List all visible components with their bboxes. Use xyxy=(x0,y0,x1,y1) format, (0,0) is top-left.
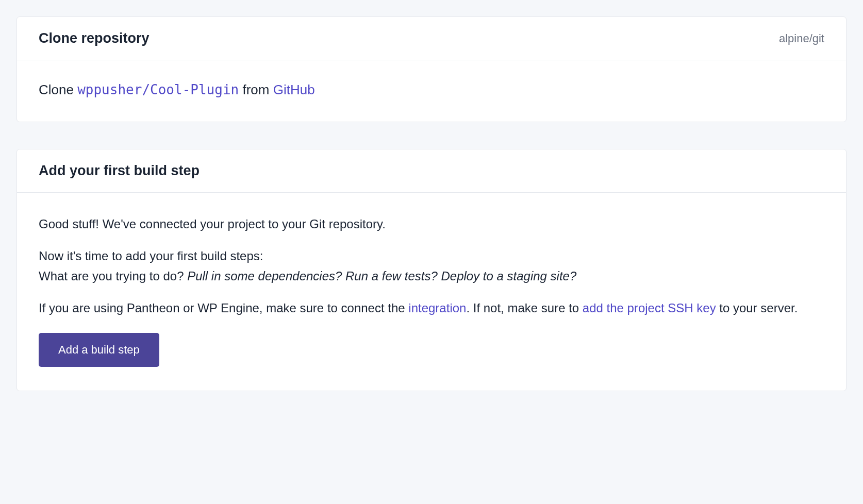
clone-repository-card: Clone repository alpine/git Clone wppush… xyxy=(16,16,847,122)
card-header: Clone repository alpine/git xyxy=(17,17,846,60)
integration-text-b: . If not, make sure to xyxy=(466,301,582,315)
integration-link[interactable]: integration xyxy=(408,301,466,315)
steps-examples: Pull in some dependencies? Run a few tes… xyxy=(187,269,576,283)
add-build-step-button[interactable]: Add a build step xyxy=(39,333,159,367)
card-title: Clone repository xyxy=(39,30,150,46)
card-title: Add your first build step xyxy=(39,163,200,179)
integration-text-a: If you are using Pantheon or WP Engine, … xyxy=(39,301,408,315)
clone-description: Clone wppusher/Cool-Plugin from GitHub xyxy=(39,82,824,98)
repository-link[interactable]: wppusher/Cool-Plugin xyxy=(77,82,239,97)
ssh-key-link[interactable]: add the project SSH key xyxy=(583,301,716,315)
card-body: Clone wppusher/Cool-Plugin from GitHub xyxy=(17,60,846,122)
image-tag: alpine/git xyxy=(779,32,824,45)
from-text: from xyxy=(239,82,273,97)
clone-prefix: Clone xyxy=(39,82,77,97)
integration-text-c: to your server. xyxy=(716,301,798,315)
steps-question: What are you trying to do? xyxy=(39,269,187,283)
steps-line1: Now it's time to add your first build st… xyxy=(39,249,263,263)
add-build-step-card: Add your first build step Good stuff! We… xyxy=(16,149,847,391)
card-header: Add your first build step xyxy=(17,149,846,193)
steps-paragraph: Now it's time to add your first build st… xyxy=(39,246,824,286)
intro-paragraph: Good stuff! We've connected your project… xyxy=(39,214,824,234)
provider-link[interactable]: GitHub xyxy=(273,82,315,97)
card-body: Good stuff! We've connected your project… xyxy=(17,193,846,391)
integration-paragraph: If you are using Pantheon or WP Engine, … xyxy=(39,298,824,318)
